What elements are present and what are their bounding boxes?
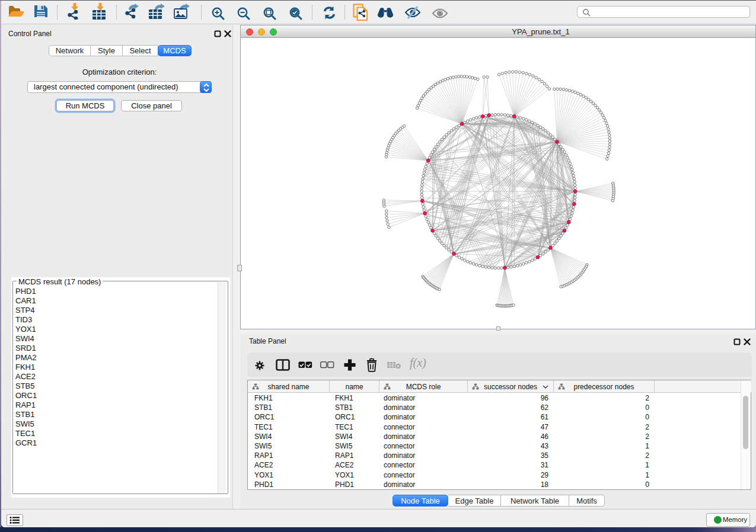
svg-text:f(x): f(x) bbox=[410, 357, 426, 370]
